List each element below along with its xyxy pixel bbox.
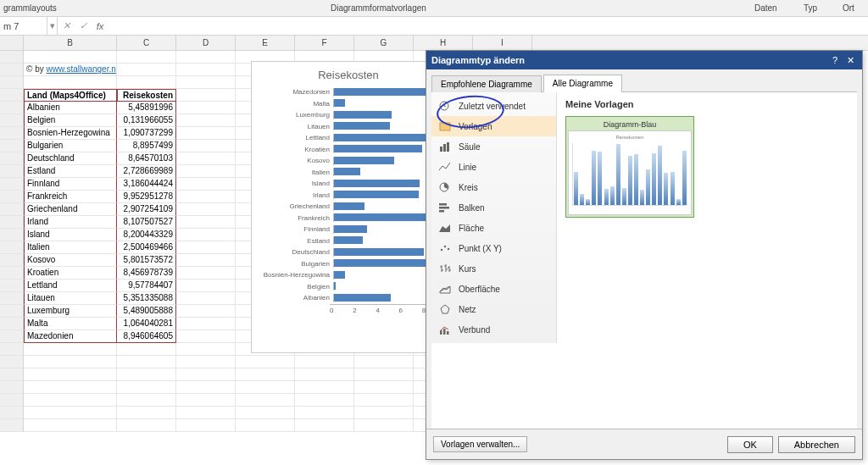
table-cell-land[interactable]: Irland — [24, 216, 117, 229]
chart-bar — [334, 157, 394, 164]
template-thumbnail[interactable]: Diagramm-Blau Reisekosten — [565, 116, 694, 218]
table-cell-land[interactable]: Malta — [24, 318, 117, 330]
col-head-d[interactable]: D — [176, 36, 236, 50]
table-cell-kosten[interactable]: 8,64570103 — [117, 152, 176, 165]
manage-templates-button[interactable]: Vorlagen verwalten... — [433, 436, 527, 452]
ok-button[interactable]: OK — [727, 436, 773, 453]
table-cell-land[interactable]: Belgien — [24, 114, 117, 127]
chart-type-pie[interactable]: Kreis — [431, 177, 556, 197]
table-cell-kosten[interactable]: 8,8957499 — [117, 140, 176, 152]
chart-type-line[interactable]: Linie — [431, 157, 556, 177]
tab-all[interactable]: Alle Diagramme — [543, 75, 622, 92]
table-header-kosten[interactable]: Reisekosten — [117, 89, 176, 102]
table-cell-land[interactable]: Lettland — [24, 280, 117, 292]
table-cell-kosten[interactable]: 2,500469466 — [117, 241, 176, 254]
table-cell-land[interactable]: Albanien — [24, 102, 117, 114]
table-cell-kosten[interactable]: 9,952951278 — [117, 191, 176, 203]
chart-tick: 0 — [330, 307, 353, 314]
chart-type-label: Fläche — [459, 224, 484, 233]
chart-bar-row: Finnland — [259, 224, 438, 235]
cancel-button[interactable]: Abbrechen — [778, 436, 855, 453]
chart-type-bar[interactable]: Balken — [431, 197, 556, 218]
chart-type-recent[interactable]: Zuletzt verwendet — [431, 96, 556, 116]
table-cell-land[interactable]: Luxemburg — [24, 305, 117, 318]
chart-type-label: Verbund — [459, 325, 490, 335]
col-head-c[interactable]: C — [117, 36, 176, 50]
table-cell-land[interactable]: Italien — [24, 241, 117, 254]
ribbon-label-layouts: grammlayouts — [3, 3, 57, 13]
col-head-b[interactable]: B — [24, 36, 117, 50]
chart-type-area[interactable]: Fläche — [431, 218, 556, 238]
select-all-corner[interactable] — [0, 36, 24, 50]
col-head-e[interactable]: E — [236, 36, 295, 50]
table-cell-kosten[interactable]: 8,456978739 — [117, 267, 176, 280]
chart-type-radar[interactable]: Netz — [431, 299, 556, 319]
table-cell-kosten[interactable]: 5,351335088 — [117, 292, 176, 305]
accept-formula-icon[interactable]: ✓ — [75, 17, 92, 35]
area-icon — [438, 222, 452, 234]
table-cell-kosten[interactable]: 2,907254109 — [117, 203, 176, 216]
table-cell-land[interactable]: Griechenland — [24, 203, 117, 216]
table-cell-kosten[interactable]: 5,489005888 — [117, 305, 176, 318]
chart-type-stock[interactable]: Kurs — [431, 258, 556, 279]
col-head-i[interactable]: I — [473, 36, 532, 50]
copyright-cell[interactable]: © by www.stallwanger.net — [24, 64, 117, 76]
copyright-link[interactable]: www.stallwanger.net — [47, 64, 118, 74]
thumb-bar — [604, 189, 609, 205]
table-cell-land[interactable]: Finnland — [24, 178, 117, 191]
table-cell-land[interactable]: Kroatien — [24, 267, 117, 280]
chart-bar — [334, 213, 437, 221]
svg-rect-7 — [439, 207, 449, 209]
table-cell-kosten[interactable]: 0,131966055 — [117, 114, 176, 127]
table-cell-land[interactable]: Kosovo — [24, 254, 117, 267]
chart-bar — [334, 271, 345, 279]
chart-bar-label: Finnland — [259, 225, 333, 233]
table-cell-land[interactable]: Litauen — [24, 292, 117, 305]
name-box[interactable]: m 7 — [0, 17, 47, 35]
table-cell-land[interactable]: Bulgarien — [24, 140, 117, 152]
tab-recommended[interactable]: Empfohlene Diagramme — [431, 75, 542, 92]
dialog-close-icon[interactable]: ✕ — [843, 55, 857, 66]
dialog-help-icon[interactable]: ? — [828, 55, 842, 66]
fx-icon[interactable]: fx — [92, 17, 108, 35]
chart-type-templates[interactable]: Vorlagen — [431, 116, 556, 136]
table-cell-kosten[interactable]: 5,45891996 — [117, 102, 176, 114]
table-cell-kosten[interactable]: 8,200443329 — [117, 229, 176, 241]
cancel-formula-icon[interactable]: ✕ — [58, 17, 75, 35]
svg-rect-1 — [440, 123, 450, 130]
chart-type-label: Zuletzt verwendet — [459, 102, 526, 111]
name-box-dropdown-icon[interactable]: ▾ — [47, 17, 58, 35]
table-cell-kosten[interactable]: 1,064040281 — [117, 318, 176, 330]
dialog-titlebar[interactable]: Diagrammtyp ändern ? ✕ — [426, 51, 862, 69]
chart-type-surface[interactable]: Oberfläche — [431, 279, 556, 299]
table-header-land[interactable]: Land (Maps4Office) — [24, 89, 117, 102]
radar-icon — [438, 303, 452, 315]
table-cell-land[interactable]: Mazedonien — [24, 330, 117, 343]
svg-rect-3 — [443, 144, 446, 152]
chart-bar-row: Irland — [259, 190, 438, 202]
table-cell-kosten[interactable]: 5,801573572 — [117, 254, 176, 267]
table-cell-land[interactable]: Frankreich — [24, 191, 117, 203]
table-cell-kosten[interactable]: 8,946064605 — [117, 330, 176, 343]
table-cell-kosten[interactable]: 1,090737299 — [117, 127, 176, 140]
svg-point-10 — [444, 246, 446, 247]
col-head-f[interactable]: F — [295, 36, 354, 50]
col-head-g[interactable]: G — [354, 36, 414, 50]
table-cell-land[interactable]: Island — [24, 229, 117, 241]
chart-type-xy[interactable]: Punkt (X Y) — [431, 238, 556, 258]
chart-bar — [334, 111, 392, 119]
xy-icon — [438, 242, 452, 254]
chart-bar-label: Italien — [259, 169, 333, 176]
chart-type-combo[interactable]: Verbund — [431, 319, 556, 340]
table-cell-kosten[interactable]: 9,57784407 — [117, 280, 176, 292]
table-cell-land[interactable]: Bosnien-Herzegowina — [24, 127, 117, 140]
col-head-h[interactable]: H — [414, 36, 473, 50]
my-templates-heading: Meine Vorlagen — [565, 99, 849, 109]
table-cell-land[interactable]: Estland — [24, 165, 117, 178]
embedded-chart[interactable]: Reisekosten MazedonienMaltaLuxemburgLita… — [251, 61, 446, 353]
table-cell-kosten[interactable]: 8,107507527 — [117, 216, 176, 229]
table-cell-kosten[interactable]: 3,186044424 — [117, 178, 176, 191]
table-cell-land[interactable]: Deutschland — [24, 152, 117, 165]
chart-type-column[interactable]: Säule — [431, 136, 556, 157]
table-cell-kosten[interactable]: 2,728669989 — [117, 165, 176, 178]
